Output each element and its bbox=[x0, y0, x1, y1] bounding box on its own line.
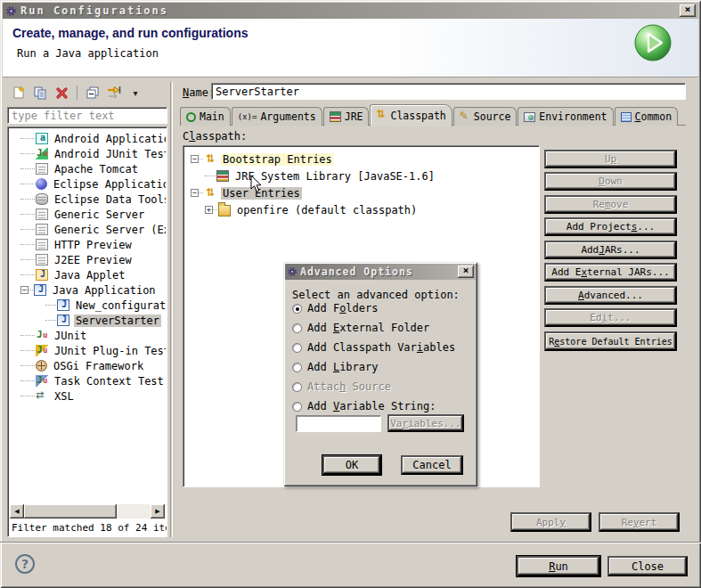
add-projects-button[interactable]: Add Projects... bbox=[544, 217, 677, 236]
revert-button[interactable]: Revert bbox=[599, 512, 680, 532]
edit-button[interactable]: Edit... bbox=[544, 308, 677, 327]
up-button[interactable]: Up bbox=[544, 150, 677, 168]
mouse-cursor bbox=[250, 175, 262, 193]
horizontal-scrollbar[interactable]: ◀ ▶ bbox=[10, 504, 165, 519]
panel-sash[interactable] bbox=[170, 82, 173, 537]
scroll-left-button[interactable]: ◀ bbox=[10, 504, 24, 519]
tree-item-label: J2EE Preview bbox=[53, 254, 134, 266]
apply-button[interactable]: Apply bbox=[510, 512, 591, 532]
tree-item-label: JUnit bbox=[53, 330, 88, 342]
classpath-entries-icon bbox=[204, 153, 216, 165]
filter-button[interactable] bbox=[106, 85, 122, 101]
close-button[interactable]: Close bbox=[607, 556, 688, 576]
chevron-down-icon: ▾ bbox=[133, 88, 137, 98]
radio-label: Add Classpath Variables bbox=[307, 341, 455, 354]
classpath-item-jre-system-library[interactable]: JRE System Library [JavaSE-1.6] bbox=[185, 167, 537, 184]
radio-label: Add Library bbox=[307, 361, 379, 373]
tree-item-serverstarter[interactable]: ServerStarter bbox=[10, 313, 166, 328]
tree-item-apache-tomcat[interactable]: Apache Tomcat bbox=[10, 161, 166, 176]
tree-item-j2ee-preview[interactable]: J2EE Preview bbox=[10, 252, 166, 267]
tab-label: Arguments bbox=[260, 110, 315, 123]
add-jars-button[interactable]: Add JARs... bbox=[544, 241, 677, 259]
filter-arrow-icon bbox=[106, 86, 122, 100]
ok-button[interactable]: OK bbox=[322, 455, 381, 475]
duplicate-button[interactable] bbox=[32, 85, 48, 101]
jre-library-icon bbox=[330, 111, 341, 122]
radio-label: Add Folders bbox=[307, 302, 378, 314]
tree-item-android-application[interactable]: Android Application bbox=[10, 131, 166, 146]
name-input[interactable] bbox=[211, 83, 686, 100]
classpath-item-bootstrap-entries[interactable]: −Bootstrap Entries bbox=[185, 151, 537, 167]
tree-item-label: New_configuration bbox=[74, 299, 166, 312]
modal-close-button[interactable]: × bbox=[458, 265, 474, 278]
tree-item-java-applet[interactable]: Java Applet bbox=[10, 267, 166, 282]
window-close-button[interactable]: × bbox=[680, 4, 696, 17]
gear-icon bbox=[287, 266, 298, 277]
tree-guide bbox=[20, 365, 35, 366]
tab-jre[interactable]: JRE bbox=[323, 107, 370, 126]
tree-expander[interactable]: − bbox=[191, 155, 199, 163]
restore-default-entries-button[interactable]: Restore Default Entries bbox=[544, 331, 677, 351]
tree-item-eclipse-data-tools[interactable]: Eclipse Data Tools bbox=[10, 192, 166, 207]
tree-item-label: Java Application bbox=[51, 284, 158, 297]
modal-title: Advanced Options bbox=[300, 265, 458, 278]
radio-add-library[interactable]: Add Library bbox=[292, 360, 379, 374]
add-external-jars-button[interactable]: Add External JARs... bbox=[544, 263, 677, 282]
tree-expander[interactable]: + bbox=[205, 206, 213, 214]
tree-item-osgi-framework[interactable]: OSGi Framework bbox=[10, 358, 166, 373]
scrollbar-track[interactable] bbox=[117, 504, 151, 519]
modal-title-bar[interactable]: Advanced Options × bbox=[285, 264, 476, 280]
collapse-all-button[interactable] bbox=[85, 85, 101, 101]
tree-item-junit-plugin-test[interactable]: JUnit Plug-in Test bbox=[10, 343, 166, 358]
help-button[interactable]: ? bbox=[15, 554, 35, 574]
name-label: Name: bbox=[183, 86, 215, 99]
tab-common[interactable]: Common bbox=[615, 107, 679, 126]
tab-main[interactable]: Main bbox=[180, 107, 231, 126]
classpath-item-openfire[interactable]: +openfire (default classpath) bbox=[185, 201, 537, 218]
tree-item-generic-server[interactable]: Generic Server bbox=[10, 207, 166, 222]
tree-item-http-preview[interactable]: HTTP Preview bbox=[10, 237, 166, 252]
remove-button[interactable]: Remove bbox=[544, 195, 677, 214]
tree-expander[interactable]: − bbox=[191, 189, 199, 197]
classpath-label: Classpath: bbox=[183, 130, 247, 143]
new-configuration-button[interactable] bbox=[11, 85, 27, 101]
tab-classpath[interactable]: Classpath bbox=[370, 104, 452, 127]
filter-input[interactable] bbox=[7, 107, 167, 124]
tree-item-java-application[interactable]: −Java Application bbox=[10, 282, 166, 298]
radio-add-folders[interactable]: Add Folders bbox=[292, 301, 378, 315]
tab-arguments[interactable]: (x)=Arguments bbox=[232, 107, 322, 126]
run-orb-icon bbox=[632, 22, 673, 63]
down-button[interactable]: Down bbox=[544, 172, 677, 191]
run-button[interactable]: Run bbox=[517, 556, 600, 576]
tree-item-generic-server-external[interactable]: Generic Server (Externa bbox=[10, 222, 166, 237]
scrollbar-thumb[interactable] bbox=[24, 504, 117, 519]
tree-item-task-context-test[interactable]: Task Context Test bbox=[10, 373, 166, 388]
radio-add-external-folder[interactable]: Add External Folder bbox=[292, 321, 429, 335]
tree-expander[interactable]: − bbox=[20, 286, 29, 294]
filter-status: Filter matched 18 of 24 items bbox=[12, 522, 167, 534]
tree-item-junit[interactable]: JUnit bbox=[10, 328, 166, 343]
cancel-button[interactable]: Cancel bbox=[401, 455, 463, 475]
toolbar-menu-dropdown[interactable]: ▾ bbox=[127, 85, 143, 101]
delete-button[interactable] bbox=[53, 85, 69, 101]
variables-button[interactable]: Variables... bbox=[387, 414, 464, 432]
tab-environment[interactable]: Environment bbox=[518, 107, 613, 126]
junit-plugin-icon bbox=[36, 345, 48, 356]
scroll-right-button[interactable]: ▶ bbox=[151, 504, 165, 519]
title-bar[interactable]: Run Configurations × bbox=[3, 3, 698, 19]
configurations-tree: Android Application Android JUnit Test A… bbox=[7, 127, 167, 537]
radio-add-classpath-variables[interactable]: Add Classpath Variables bbox=[292, 340, 455, 355]
tree-item-xsl[interactable]: XSL bbox=[10, 388, 166, 404]
radio-indicator bbox=[292, 382, 302, 392]
variable-string-input[interactable] bbox=[296, 415, 381, 432]
window-title: Run Configurations bbox=[20, 4, 680, 17]
tree-item-android-junit-test[interactable]: Android JUnit Test bbox=[10, 146, 166, 161]
radio-add-variable-string[interactable]: Add Variable String: bbox=[292, 399, 436, 413]
classpath-item-user-entries[interactable]: −User Entries bbox=[185, 184, 537, 201]
radio-indicator bbox=[292, 304, 302, 314]
tree-item-new-configuration[interactable]: New_configuration bbox=[10, 298, 166, 313]
tree-item-eclipse-application[interactable]: Eclipse Application bbox=[10, 176, 166, 192]
tab-source[interactable]: Source bbox=[453, 107, 518, 126]
advanced-button[interactable]: Advanced... bbox=[544, 286, 677, 305]
server-icon bbox=[36, 254, 48, 265]
